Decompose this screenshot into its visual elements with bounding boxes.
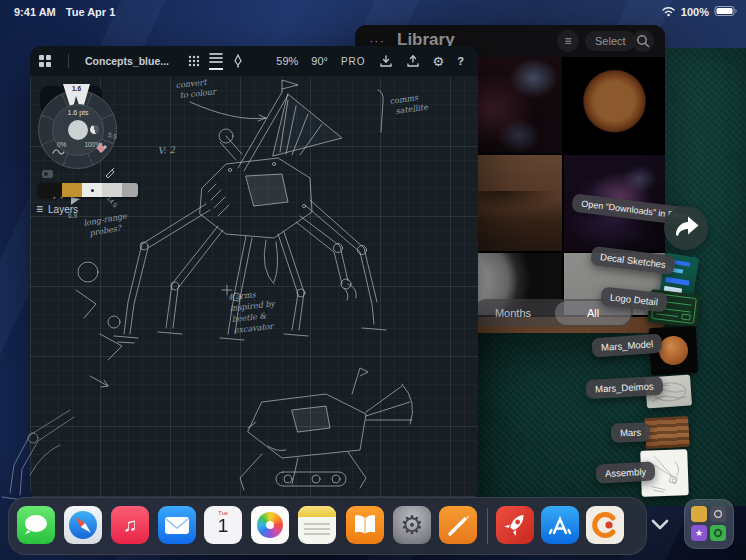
wheel-knob[interactable] (68, 120, 88, 140)
app-library-mini-camera (710, 506, 726, 522)
selected-color-dot (91, 189, 94, 192)
concepts-toolbar: Concepts_blue... 59% 90° PRO ⚙ ? (30, 46, 478, 77)
lines-view-icon[interactable] (209, 52, 223, 70)
drag-label-mars[interactable]: Mars (611, 422, 651, 442)
battery-icon (714, 5, 738, 19)
document-title[interactable]: Concepts_blue... (85, 55, 169, 67)
settings-app-icon[interactable]: ⚙ (393, 506, 431, 544)
share-forward-button[interactable] (664, 206, 708, 250)
svg-text:excavator: excavator (233, 322, 275, 335)
layers-button[interactable]: ≡ Layers (36, 202, 78, 216)
pen-tool-icon[interactable] (104, 164, 116, 182)
svg-text:4 arms: 4 arms (227, 290, 257, 302)
opacity-max: 100% (84, 141, 101, 148)
status-bar: 9:41 AM Tue Apr 1 100% (0, 0, 746, 24)
color-chip-black[interactable] (38, 183, 62, 197)
import-icon[interactable] (379, 54, 393, 68)
opacity-moon-icon (89, 124, 100, 135)
dock: ♫ Tue 1 ⚙ (8, 497, 647, 555)
forward-arrow-icon (664, 206, 708, 250)
tool-wheel-center[interactable]: 1.6 pts 0% 100% (52, 104, 104, 156)
color-chip-white[interactable] (82, 183, 102, 197)
layers-icon: ≡ (36, 202, 43, 216)
opacity-min: 0% (57, 141, 66, 148)
color-chip-gold[interactable] (62, 183, 82, 197)
photos-app-icon[interactable] (251, 506, 289, 544)
dots-grid-icon[interactable] (187, 54, 201, 68)
search-icon[interactable] (632, 30, 654, 52)
app-library-mini-green (710, 525, 726, 541)
stray-sketch-fragment (0, 405, 78, 510)
mail-app-icon[interactable] (158, 506, 196, 544)
color-chip-lightgray[interactable] (102, 183, 122, 197)
wifi-icon (661, 5, 676, 19)
sketch-pen-app-icon[interactable] (439, 506, 477, 544)
safari-app-icon[interactable] (64, 506, 102, 544)
toolbar-divider (68, 54, 69, 68)
help-button[interactable]: ? (457, 55, 464, 67)
drag-thumb-mars[interactable] (644, 416, 690, 449)
select-button[interactable]: Select (585, 31, 636, 51)
rotation-value[interactable]: 90° (311, 55, 328, 67)
battery-percent: 100% (681, 6, 709, 18)
chevron-down-button[interactable] (648, 514, 672, 534)
photo-mars-globe[interactable] (564, 57, 665, 153)
app-store-app-icon[interactable] (541, 506, 579, 544)
books-app-icon[interactable] (346, 506, 384, 544)
drag-label-mars-deimos[interactable]: Mars_Deimos (586, 376, 663, 399)
drag-label-assembly[interactable]: Assembly (596, 461, 656, 483)
app-library-mini-star: ★ (691, 525, 707, 541)
notes-app-icon[interactable] (298, 506, 336, 544)
camera-tool-icon[interactable] (42, 170, 53, 178)
rocket-app-icon[interactable] (496, 506, 534, 544)
pro-badge[interactable]: PRO (341, 56, 366, 67)
pen-settings-icon[interactable] (231, 54, 245, 68)
calendar-day: 1 (204, 516, 242, 535)
messages-app-icon[interactable] (17, 506, 55, 544)
layers-label: Layers (48, 204, 78, 215)
color-palette (38, 183, 138, 197)
status-time: 9:41 AM (14, 6, 56, 18)
app-library-mini-yellow (691, 506, 707, 522)
concepts-app-icon[interactable] (586, 506, 624, 544)
music-app-icon[interactable]: ♫ (111, 506, 149, 544)
app-library-icon[interactable]: ★ (684, 499, 734, 549)
calendar-app-icon[interactable]: Tue 1 (204, 506, 242, 544)
svg-text:V: 2: V: 2 (157, 145, 176, 156)
export-icon[interactable] (406, 54, 420, 68)
gallery-grid-icon[interactable] (38, 54, 52, 68)
view-options-icon[interactable]: ≡ (557, 30, 579, 52)
status-date: Tue Apr 1 (66, 6, 116, 18)
tab-months[interactable]: Months (473, 299, 553, 327)
zoom-level[interactable]: 59% (276, 55, 298, 67)
color-chip-gray[interactable] (122, 183, 138, 197)
stroke-size-label: 1.6 pts (53, 109, 103, 116)
concepts-window[interactable]: convert to colour comms satellite V: 2 4… (30, 46, 478, 501)
settings-gear-icon[interactable]: ⚙ (433, 54, 445, 69)
dock-divider (487, 508, 488, 544)
